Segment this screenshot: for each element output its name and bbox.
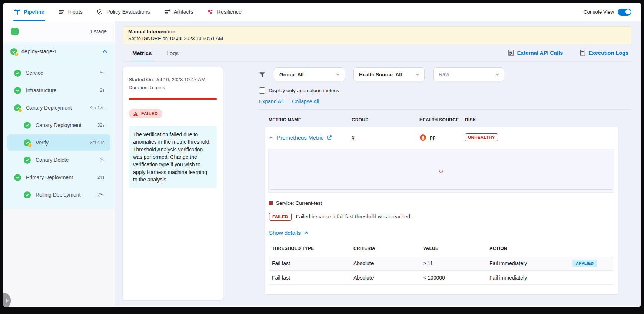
step-label: Rolling Deployment: [36, 192, 80, 198]
col-group: GROUP: [352, 117, 419, 123]
tab-metrics[interactable]: Metrics: [132, 44, 152, 61]
started-on-label: Started On: Jul 10, 2023 10:47 AM: [129, 76, 217, 84]
app-window: Pipeline Inputs Policy Evaluations Artif…: [3, 3, 641, 307]
step-duration: 2s: [100, 88, 104, 93]
collapse-all-link[interactable]: Collapse All: [292, 98, 319, 104]
raw-filter-placeholder: Raw: [439, 71, 449, 77]
chart-legend: Service: Current-test: [269, 200, 618, 206]
step-row-rolling-deployment[interactable]: Rolling Deployment 23s: [7, 187, 110, 203]
risk-unhealthy-badge: UNHEALTHY: [465, 133, 498, 141]
threshold-type-cell: Fail fast: [272, 275, 353, 281]
step-duration: 23s: [97, 192, 104, 197]
tab-artifacts[interactable]: Artifacts: [164, 3, 193, 21]
success-warning-icon: !: [24, 139, 31, 146]
anomalous-metrics-row: Display only anomalous metrics: [259, 87, 631, 94]
metric-name-link[interactable]: Prometheus Metric: [277, 134, 323, 141]
group-filter-value: Group: All: [279, 72, 304, 77]
banner-title: Manual Intervention: [128, 29, 626, 34]
table-row-threshold-1: Fail fast Absolute > 11 Fail immediately…: [269, 256, 613, 270]
success-check-icon: [14, 174, 21, 181]
stage-success-warning-icon: !: [10, 48, 17, 55]
anomalous-data-point[interactable]: [439, 170, 443, 173]
step-duration: 3m 41s: [90, 140, 104, 145]
tab-pipeline[interactable]: Pipeline: [14, 3, 44, 21]
tab-policy-evaluations[interactable]: Policy Evaluations: [97, 3, 150, 21]
step-row-canary-deployment-group[interactable]: ! Canary Deployment 4m 17s: [7, 100, 110, 116]
chevron-up-icon: [304, 230, 309, 236]
action-cell: Fail immediately: [489, 260, 572, 266]
tab-policy-evaluations-label: Policy Evaluations: [106, 9, 150, 15]
tab-pipeline-label: Pipeline: [24, 9, 44, 15]
step-row-canary-deployment[interactable]: Canary Deployment 32s: [7, 117, 110, 133]
prometheus-icon: [419, 134, 426, 141]
value-cell: < 100000: [423, 275, 489, 281]
success-check-icon: [24, 157, 31, 164]
threshold-table-header: THRESHOLD TYPE CRITERIA VALUE ACTION: [269, 244, 613, 256]
document-icon: [580, 50, 585, 56]
value-cell: > 11: [423, 260, 489, 266]
chevron-down-icon: [495, 72, 499, 77]
col-threshold-type: THRESHOLD TYPE: [272, 246, 353, 251]
verification-message: The verification failed due to anomalies…: [129, 126, 217, 188]
chevron-down-icon: [336, 72, 340, 77]
warning-dot-icon: !: [14, 52, 19, 56]
metric-group-value: g: [352, 134, 419, 140]
step-label: Verify: [36, 140, 49, 146]
banner-message: Set to IGNORE on 10-Jul-2023 10:50:51 AM: [128, 36, 626, 41]
step-row-primary-deployment[interactable]: Primary Deployment 24s: [7, 169, 110, 186]
expand-all-link[interactable]: Expand All: [259, 98, 283, 104]
health-source-filter-select[interactable]: Health Source: All: [353, 67, 425, 81]
tab-resilience[interactable]: Resilience: [207, 3, 242, 21]
shield-check-icon: [97, 9, 103, 15]
execution-logs-link[interactable]: Execution Logs: [580, 50, 628, 56]
chevron-down-icon: [415, 72, 420, 77]
stage-status-square: [11, 28, 19, 35]
external-api-calls-link[interactable]: API External API Calls: [508, 50, 563, 56]
step-row-infrastructure[interactable]: Infrastructure 2s: [7, 82, 110, 98]
step-duration: 32s: [97, 123, 104, 128]
external-api-calls-label: External API Calls: [517, 50, 563, 56]
success-warning-icon: !: [14, 104, 21, 111]
console-view-toggle[interactable]: [618, 9, 631, 16]
tab-inputs[interactable]: Inputs: [59, 3, 83, 21]
step-duration: 5s: [100, 70, 104, 76]
metrics-panel: Group: All Health Source: All Raw: [259, 67, 631, 294]
verification-summary-card: Started On: Jul 10, 2023 10:47 AM Durati…: [123, 67, 223, 300]
api-document-icon: API: [508, 50, 514, 56]
content-tabs-row: Metrics Logs API External API Calls Exec…: [123, 44, 631, 62]
failed-progress-bar: [129, 98, 217, 100]
step-label: Primary Deployment: [26, 174, 73, 180]
col-value: VALUE: [423, 246, 489, 251]
external-link-icon[interactable]: [327, 135, 332, 140]
stage-row-deploy-stage-1[interactable]: ! deploy-stage-1: [3, 42, 115, 61]
filter-funnel-icon[interactable]: [259, 71, 265, 78]
tab-artifacts-label: Artifacts: [174, 9, 193, 15]
col-metric-name: METRIC NAME: [269, 117, 352, 123]
metric-timeseries-chart[interactable]: [268, 149, 614, 193]
sidebar-collapse-handle[interactable]: [3, 293, 11, 307]
success-check-icon: [24, 191, 31, 198]
success-check-icon: [14, 87, 21, 94]
show-details-link[interactable]: Show details: [269, 230, 309, 236]
col-health-source: HEALTH SOURCE: [419, 117, 465, 123]
tab-logs[interactable]: Logs: [167, 44, 179, 61]
anomalous-metrics-checkbox[interactable]: [259, 87, 265, 94]
step-row-verify[interactable]: ! Verify 3m 41s: [7, 134, 110, 151]
sidebar-header: 1 stage: [3, 21, 115, 42]
pipeline-icon: [14, 9, 20, 15]
execution-logs-label: Execution Logs: [588, 50, 628, 56]
metrics-table-header: METRIC NAME GROUP HEALTH SOURCE RISK: [265, 110, 618, 127]
group-filter-select[interactable]: Group: All: [274, 67, 345, 81]
table-row-prometheus-metric[interactable]: Prometheus Metric g: [265, 127, 618, 147]
criteria-cell: Absolute: [353, 275, 423, 281]
vertical-separator: [288, 99, 288, 104]
step-row-service[interactable]: Service 5s: [7, 65, 110, 81]
success-check-icon: [14, 70, 21, 77]
raw-filter-select[interactable]: Raw: [433, 67, 504, 81]
chevron-up-icon[interactable]: [102, 49, 107, 54]
step-row-canary-delete[interactable]: Canary Delete 3s: [7, 152, 110, 168]
warning-dot-icon: !: [18, 108, 22, 113]
tab-inputs-label: Inputs: [68, 9, 83, 15]
chevron-up-icon[interactable]: [269, 135, 273, 140]
health-source-filter-value: Health Source: All: [359, 72, 402, 77]
